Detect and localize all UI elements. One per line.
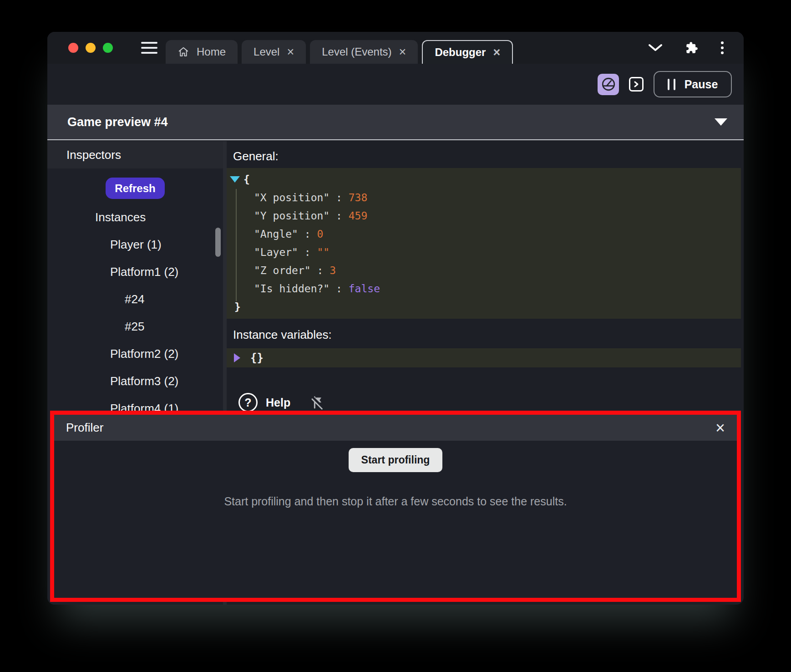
flag-off-icon bbox=[310, 395, 325, 410]
tree-guide-line bbox=[236, 189, 237, 301]
home-icon bbox=[177, 46, 189, 58]
key-value-separator bbox=[330, 283, 349, 295]
tree-item-24[interactable]: #24 bbox=[47, 285, 223, 313]
inspectors-title: Inspectors bbox=[66, 148, 121, 162]
key-value-separator bbox=[298, 228, 317, 240]
collapse-triangle-icon[interactable] bbox=[230, 176, 240, 183]
instance-variables-label: Instance variables: bbox=[233, 328, 741, 342]
close-profiler-icon[interactable]: × bbox=[715, 420, 725, 436]
dropdown-caret-icon bbox=[715, 118, 727, 126]
profiler-panel: Profiler × Start profiling Start profili… bbox=[50, 411, 741, 602]
property-key: Z order bbox=[254, 265, 311, 276]
title-bar: Home Level × Level (Events) × Debugger × bbox=[47, 32, 744, 64]
property-value: "" bbox=[317, 246, 330, 258]
tree-item-platform1[interactable]: Platform1 (2) bbox=[47, 258, 223, 285]
instance-variables-value: {} bbox=[250, 351, 264, 364]
key-value-separator bbox=[311, 265, 330, 276]
property-key: Is hidden? bbox=[254, 283, 330, 295]
json-property-row: Is hidden?false bbox=[227, 280, 741, 298]
key-value-separator bbox=[330, 192, 349, 204]
json-property-row: Y position459 bbox=[227, 207, 741, 225]
close-tab-icon[interactable]: × bbox=[287, 46, 294, 58]
tab-bar: Home Level × Level (Events) × Debugger × bbox=[166, 32, 513, 64]
question-mark-icon: ? bbox=[238, 393, 258, 412]
minimize-window-button[interactable] bbox=[86, 43, 96, 53]
property-key: X position bbox=[254, 192, 330, 204]
open-brace: { bbox=[243, 173, 250, 185]
tree-item-player[interactable]: Player (1) bbox=[47, 231, 223, 258]
json-close-row: } bbox=[227, 298, 741, 316]
debugger-toolbar: Pause bbox=[47, 64, 744, 105]
tab-label: Level (Events) bbox=[322, 46, 391, 58]
property-value: 3 bbox=[330, 265, 336, 276]
tab-level-events[interactable]: Level (Events) × bbox=[310, 40, 418, 64]
property-value: false bbox=[349, 283, 380, 295]
instance-variables-tree: {} bbox=[227, 348, 741, 367]
key-value-separator bbox=[330, 210, 349, 222]
profiler-description: Start profiling and then stop it after a… bbox=[54, 495, 737, 508]
console-button[interactable] bbox=[629, 77, 644, 92]
traffic-lights bbox=[68, 43, 113, 53]
instances-tree: Instances Player (1) Platform1 (2) #24 #… bbox=[47, 204, 223, 422]
chevron-down-icon[interactable] bbox=[648, 44, 663, 52]
tab-home[interactable]: Home bbox=[166, 40, 238, 64]
json-root-row: { bbox=[227, 170, 741, 188]
key-value-separator bbox=[298, 246, 317, 258]
property-key: Angle bbox=[254, 228, 298, 240]
game-preview-selector[interactable]: Game preview #4 bbox=[47, 105, 744, 140]
tab-label: Debugger bbox=[435, 46, 486, 59]
tree-item-platform3[interactable]: Platform3 (2) bbox=[47, 367, 223, 395]
tab-debugger[interactable]: Debugger × bbox=[422, 40, 513, 64]
debugger-window: Home Level × Level (Events) × Debugger × bbox=[47, 32, 744, 605]
close-tab-icon[interactable]: × bbox=[399, 46, 406, 58]
main-menu-icon[interactable] bbox=[141, 42, 157, 54]
tree-item-instances[interactable]: Instances bbox=[47, 204, 223, 231]
help-button[interactable]: ? Help bbox=[238, 393, 290, 412]
profiler-header: Profiler × bbox=[54, 415, 737, 441]
pause-icon bbox=[668, 79, 675, 90]
json-property-row: X position738 bbox=[227, 188, 741, 207]
property-value: 738 bbox=[349, 192, 368, 204]
property-key: Layer bbox=[254, 246, 298, 258]
profiler-body: Start profiling Start profiling and then… bbox=[54, 441, 737, 508]
tab-level[interactable]: Level × bbox=[242, 40, 306, 64]
tab-label: Level bbox=[254, 46, 279, 58]
pause-button[interactable]: Pause bbox=[654, 71, 732, 97]
property-key: Y position bbox=[254, 210, 330, 222]
screen-background: Home Level × Level (Events) × Debugger × bbox=[0, 0, 791, 672]
console-chevron-icon bbox=[632, 80, 640, 88]
pause-button-label: Pause bbox=[685, 78, 718, 91]
close-window-button[interactable] bbox=[68, 43, 78, 53]
help-label: Help bbox=[266, 396, 290, 409]
close-tab-icon[interactable]: × bbox=[493, 46, 500, 59]
help-row: ? Help bbox=[238, 393, 741, 412]
flag-off-button[interactable] bbox=[310, 395, 325, 410]
close-brace: } bbox=[234, 301, 241, 313]
game-preview-label: Game preview #4 bbox=[67, 115, 168, 129]
profiler-toggle-button[interactable] bbox=[598, 74, 619, 95]
general-section-label: General: bbox=[233, 149, 741, 163]
start-profiling-button[interactable]: Start profiling bbox=[349, 448, 443, 472]
gauge-icon bbox=[601, 76, 616, 92]
inspectors-header: Inspectors bbox=[47, 141, 223, 168]
json-property-row: Layer"" bbox=[227, 243, 741, 261]
json-property-row: Angle0 bbox=[227, 225, 741, 243]
extensions-puzzle-icon[interactable] bbox=[685, 41, 698, 54]
profiler-title: Profiler bbox=[66, 421, 103, 435]
titlebar-actions bbox=[648, 41, 744, 54]
tree-item-25[interactable]: #25 bbox=[47, 313, 223, 340]
more-options-kebab-icon[interactable] bbox=[721, 41, 724, 54]
refresh-button[interactable]: Refresh bbox=[106, 178, 165, 199]
expand-triangle-icon[interactable] bbox=[234, 353, 240, 362]
general-json-tree: { X position738 Y position459 Angle0 Lay… bbox=[227, 168, 741, 319]
tree-item-platform2[interactable]: Platform2 (2) bbox=[47, 340, 223, 367]
sidebar-scrollbar-thumb[interactable] bbox=[215, 228, 221, 257]
property-value: 0 bbox=[317, 228, 324, 240]
zoom-window-button[interactable] bbox=[103, 43, 113, 53]
json-property-row: Z order3 bbox=[227, 261, 741, 280]
tab-label: Home bbox=[197, 46, 226, 58]
property-value: 459 bbox=[349, 210, 368, 222]
